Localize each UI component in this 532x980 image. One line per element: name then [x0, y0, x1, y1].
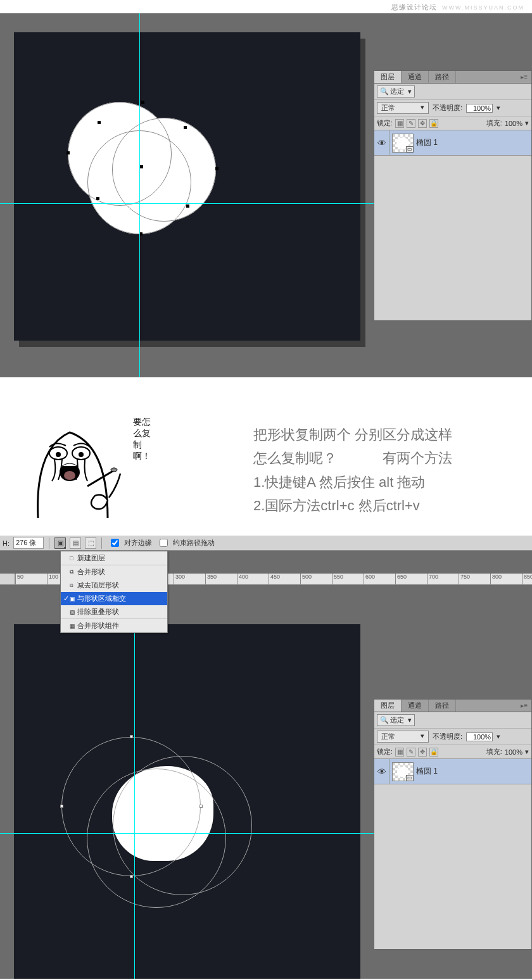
- layer-filter-select[interactable]: 🔍 选定 ▾: [377, 714, 415, 726]
- guide-vertical[interactable]: [134, 585, 135, 979]
- lock-all-icon[interactable]: 🔒: [429, 748, 438, 757]
- anchor-point[interactable]: [200, 805, 203, 808]
- handle-center[interactable]: [140, 165, 143, 168]
- ruler-tick: 750: [459, 574, 490, 585]
- divider: [49, 537, 49, 549]
- ellipse-path-3[interactable]: [113, 756, 252, 895]
- speech-text: 要怎么复制啊！: [133, 417, 151, 462]
- panel-menu-icon[interactable]: ▸≡: [521, 702, 528, 709]
- path-align-button[interactable]: ▤: [70, 537, 81, 549]
- lock-label: 锁定:: [377, 747, 393, 757]
- fill-field[interactable]: 100%: [505, 748, 522, 756]
- chevron-down-icon[interactable]: ▾: [497, 732, 500, 741]
- blend-mode-select[interactable]: 正常 ▾: [377, 731, 429, 743]
- panel-menu-icon[interactable]: ▸≡: [521, 73, 528, 80]
- search-icon: 🔍: [380, 716, 389, 724]
- constrain-path-checkbox[interactable]: [160, 539, 168, 547]
- anchor-point[interactable]: [130, 875, 133, 878]
- lock-position-icon[interactable]: ✥: [418, 748, 427, 757]
- lock-transparency-icon[interactable]: ▦: [395, 119, 404, 128]
- fill-field[interactable]: 100%: [505, 120, 522, 127]
- blend-mode-select[interactable]: 正常 ▾: [377, 102, 429, 114]
- lock-position-icon[interactable]: ✥: [418, 119, 427, 128]
- ruler-tick: 300: [174, 574, 205, 585]
- text-line-1: 把形状复制两个 分别区分成这样: [253, 423, 452, 446]
- blend-mode-value: 正常: [381, 103, 395, 113]
- constrain-path-label: 约束路径拖动: [173, 538, 215, 548]
- layer-filter-select[interactable]: 🔍 选定 ▾: [377, 85, 415, 97]
- align-edges-checkbox[interactable]: [111, 539, 119, 547]
- menu-label: 减去顶层形状: [77, 581, 119, 590]
- menu-label: 与形状区域相交: [77, 594, 126, 603]
- menu-new-layer[interactable]: □ 新建图层: [61, 551, 167, 565]
- layers-empty-area[interactable]: [374, 784, 531, 949]
- text-line-3: 1.快捷键A 然后按住 alt 拖动: [253, 470, 452, 494]
- handle[interactable]: [66, 151, 70, 154]
- handle[interactable]: [186, 204, 189, 208]
- visibility-eye-icon[interactable]: 👁: [374, 130, 390, 156]
- tab-channels[interactable]: 通道: [402, 700, 429, 712]
- ellipse-path-3[interactable]: [112, 118, 216, 222]
- layer-thumbnail[interactable]: ▭: [392, 134, 414, 153]
- ruler-corner[interactable]: [0, 574, 15, 585]
- layers-panel: 图层 通道 路径 ▸≡ 🔍 选定 ▾ 正常 ▾ 不透明度: 100% ▾ 锁定:…: [374, 699, 532, 950]
- layers-panel: 图层 通道 路径 ▸≡ 🔍 选定 ▾ 正常 ▾ 不透明度: 100% ▾ 锁定:…: [374, 70, 532, 321]
- anchor-point[interactable]: [60, 805, 63, 808]
- opacity-field[interactable]: 100%: [466, 104, 493, 113]
- svg-point-7: [111, 468, 117, 472]
- lock-all-icon[interactable]: 🔒: [429, 119, 438, 128]
- lock-pixels-icon[interactable]: ✎: [407, 119, 415, 128]
- combine-icon: ⧉: [70, 569, 73, 575]
- lock-transparency-icon[interactable]: ▦: [395, 748, 404, 757]
- tab-layers[interactable]: 图层: [374, 700, 402, 712]
- document-canvas[interactable]: [14, 32, 360, 341]
- ruler-tick: 850: [522, 574, 532, 585]
- lock-row: 锁定: ▦ ✎ ✥ 🔒 填充: 100% ▾: [374, 116, 531, 130]
- handle[interactable]: [184, 126, 187, 129]
- chevron-down-icon[interactable]: ▾: [525, 748, 529, 756]
- opacity-field[interactable]: 100%: [466, 732, 493, 741]
- handle[interactable]: [215, 167, 218, 170]
- tab-paths[interactable]: 路径: [429, 700, 456, 712]
- menu-label: 合并形状组件: [77, 621, 119, 631]
- vector-mask-badge-icon: ▭: [406, 146, 414, 153]
- menu-merge-components[interactable]: ▦ 合并形状组件: [61, 619, 167, 632]
- anchor-point[interactable]: [130, 735, 133, 738]
- layer-name[interactable]: 椭圆 1: [416, 137, 438, 148]
- new-layer-icon: □: [70, 555, 73, 562]
- path-arrange-button[interactable]: ⬚: [85, 537, 96, 549]
- chevron-down-icon: ▾: [421, 732, 424, 741]
- path-ops-button[interactable]: ▣▾: [54, 537, 66, 549]
- document-canvas[interactable]: [14, 624, 360, 979]
- chevron-down-icon[interactable]: ▾: [525, 119, 529, 127]
- layer-thumbnail[interactable]: ▭: [392, 762, 414, 781]
- menu-combine-shapes[interactable]: ⧉ 合并形状: [61, 565, 167, 579]
- panel-tabs: 图层 通道 路径 ▸≡: [374, 700, 531, 712]
- visibility-eye-icon[interactable]: 👁: [374, 759, 390, 784]
- tab-layers[interactable]: 图层: [374, 71, 402, 83]
- guide-vertical[interactable]: [139, 13, 140, 377]
- layer-row[interactable]: 👁 ▭ 椭圆 1: [374, 759, 531, 784]
- crying-face-icon: [13, 410, 127, 518]
- svg-point-2: [56, 452, 61, 457]
- lock-pixels-icon[interactable]: ✎: [407, 748, 415, 757]
- handle[interactable]: [141, 101, 144, 104]
- tab-paths[interactable]: 路径: [429, 71, 456, 83]
- menu-exclude-overlap[interactable]: ▨ 排除重叠形状: [61, 605, 167, 619]
- vector-mask-badge-icon: ▭: [406, 775, 414, 781]
- menu-label: 新建图层: [77, 553, 105, 563]
- search-icon: 🔍: [380, 87, 389, 96]
- handle[interactable]: [98, 121, 101, 124]
- layer-filter-row: 🔍 选定 ▾: [374, 712, 531, 729]
- layer-row[interactable]: 👁 ▭ 椭圆 1: [374, 130, 531, 156]
- tab-channels[interactable]: 通道: [402, 71, 429, 83]
- height-field[interactable]: 276 像: [13, 537, 44, 549]
- divider: [101, 537, 102, 549]
- layer-name[interactable]: 椭圆 1: [416, 766, 438, 777]
- menu-subtract-front[interactable]: ⧈ 减去顶层形状: [61, 579, 167, 592]
- tutorial-text-section: 要怎么复制啊！ 把形状复制两个 分别区分成这样 怎么复制呢？ 有两个方法 1.快…: [0, 403, 532, 536]
- chevron-down-icon[interactable]: ▾: [497, 104, 500, 112]
- menu-intersect-shapes[interactable]: ✓ ▣ 与形状区域相交: [61, 592, 167, 605]
- handle[interactable]: [96, 197, 99, 200]
- layers-empty-area[interactable]: [374, 156, 531, 320]
